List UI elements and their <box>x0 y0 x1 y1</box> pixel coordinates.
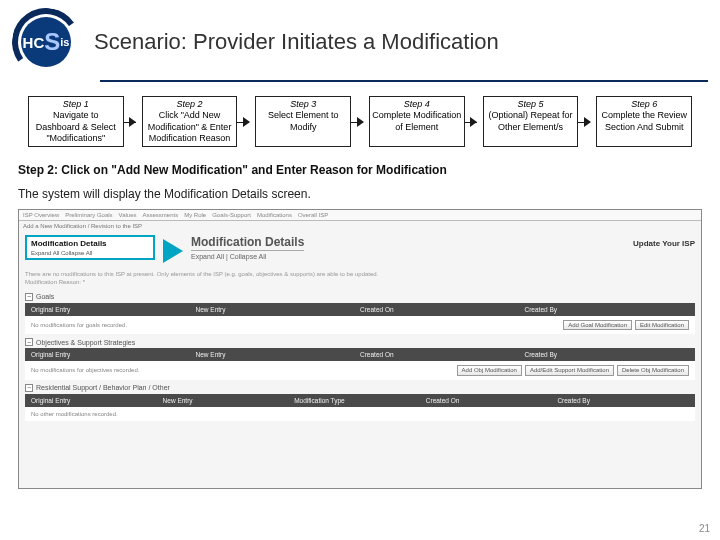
empty-row-text: No other modifications recorded. <box>31 411 118 417</box>
ss-expand-collapse: Expand All | Collapse All <box>191 253 695 260</box>
ss-main-title: Modification Details <box>191 235 304 251</box>
add-goal-button[interactable]: Add Goal Modification <box>563 320 632 331</box>
step-4: Step 4 Complete Modification of Element <box>369 96 465 147</box>
page-number: 21 <box>699 523 710 534</box>
step-1: Step 1 Navigate to Dashboard & Select "M… <box>28 96 124 147</box>
step-flow: Step 1 Navigate to Dashboard & Select "M… <box>0 82 720 157</box>
delete-obj-button[interactable]: Delete Obj Modification <box>617 365 689 376</box>
ss-instruction-text: There are no modifications to this ISP a… <box>25 271 695 287</box>
ss-subtab: Add a New Modification / Revision to the… <box>19 221 701 231</box>
callout-arrow-icon <box>155 235 191 263</box>
step-subtitle: Step 2: Click on "Add New Modification" … <box>0 157 720 181</box>
table-header: Original Entry New Entry Modification Ty… <box>25 394 695 407</box>
add-obj-button[interactable]: Add Obj Modification <box>457 365 522 376</box>
page-title: Scenario: Provider Initiates a Modificat… <box>80 29 708 55</box>
table-header: Original Entry New Entry Created On Crea… <box>25 303 695 316</box>
highlight-left-panel: Modification Details Expand All Collapse… <box>25 235 155 260</box>
collapse-icon: − <box>25 293 33 301</box>
embedded-screenshot: ISP Overview Preliminary Goals Values As… <box>18 209 702 489</box>
table-header: Original Entry New Entry Created On Crea… <box>25 348 695 361</box>
ss-section-residential: − Residential Support / Behavior Plan / … <box>25 382 695 394</box>
step-2: Step 2 Click "Add New Modification" & En… <box>142 96 238 147</box>
collapse-icon: − <box>25 338 33 346</box>
ss-tabs: ISP Overview Preliminary Goals Values As… <box>19 210 701 221</box>
ss-section-goals: − Goals <box>25 291 695 303</box>
empty-row-text: No modifications for goals recorded. <box>31 322 127 328</box>
step-description: The system will display the Modification… <box>0 181 720 209</box>
hcsis-logo: HCSis <box>12 8 80 76</box>
ss-update-label: Update Your ISP <box>633 239 695 248</box>
step-6: Step 6 Complete the Review Section And S… <box>596 96 692 147</box>
ss-section-objectives: − Objectives & Support Strategies <box>25 336 695 348</box>
add-support-button[interactable]: Add/Edit Support Modification <box>525 365 614 376</box>
step-5: Step 5 (Optional) Repeat for Other Eleme… <box>483 96 579 147</box>
step-3: Step 3 Select Element to Modify <box>255 96 351 147</box>
edit-mod-button[interactable]: Edit Modification <box>635 320 689 331</box>
collapse-icon: − <box>25 384 33 392</box>
empty-row-text: No modifications for objectives recorded… <box>31 367 139 373</box>
